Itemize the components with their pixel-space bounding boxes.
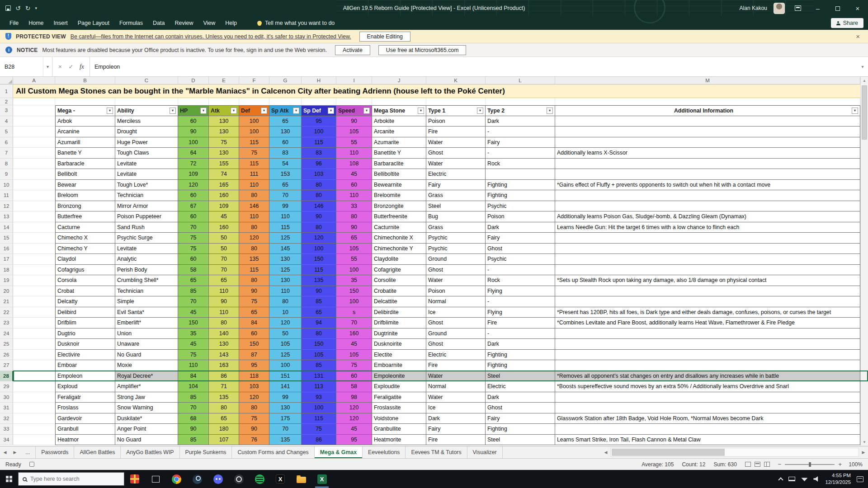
sheet-tab-visualizer[interactable]: Visualizer [467,446,503,458]
cell-J12[interactable]: Bronzongite [372,201,426,212]
cell-H8[interactable]: 96 [302,159,336,169]
cell-G30[interactable]: 99 [269,392,302,403]
cell-E30[interactable]: 135 [209,392,239,403]
column-header-D[interactable]: D [178,77,209,84]
cell-M19[interactable]: *Sets up Stealth Rock upon taking any da… [555,275,860,286]
cell-K22[interactable]: Ice [426,307,486,318]
search-input[interactable] [30,476,120,482]
cell-B9[interactable]: Bellibolt [55,169,115,180]
filter-icon[interactable]: ▾ [477,108,483,114]
cell-L32[interactable]: Fairy [486,413,555,424]
cell-B13[interactable]: Butterfree [55,211,115,222]
cell-J24[interactable]: Dugtrinite [372,328,426,339]
filter-icon[interactable]: ▾ [170,108,176,114]
cell-I8[interactable]: 108 [336,159,372,169]
cell-E20[interactable]: 110 [209,286,239,297]
cell-G13[interactable]: 110 [269,211,302,222]
cell-K25[interactable]: Ghost [426,339,486,350]
cell-J28[interactable]: Empoleonite [372,371,426,382]
cell-L10[interactable]: Fighting [486,180,555,191]
zoom-slider[interactable] [785,464,835,465]
cell-F22[interactable]: 65 [239,307,269,318]
cell-B33[interactable]: Granbull [55,424,115,435]
row-header-18[interactable]: 18 [0,265,13,276]
save-icon[interactable] [5,5,11,11]
sheet-tab-allgen-battles[interactable]: AllGen Battles [74,446,121,458]
cell-F30[interactable]: 120 [239,392,269,403]
cell-I4[interactable]: 90 [336,116,372,127]
cell-M34[interactable]: Learns Smart Strike, Iron Tail, Flash Ca… [555,435,860,446]
cell-G11[interactable]: 70 [269,190,302,201]
cell-J26[interactable]: Electite [372,350,426,361]
cell-C24[interactable]: Union [115,328,178,339]
table-header-additional-information[interactable]: Additional Information▾ [555,105,860,116]
cell-M14[interactable]: Learns Needle Gun: Hit the target 6 time… [555,222,860,233]
cell-B5[interactable]: Arcanine [55,127,115,137]
cell-G10[interactable]: 65 [269,180,302,191]
cell-K18[interactable]: Ghost [426,265,486,276]
cell-G22[interactable]: 10 [269,307,302,318]
cell-I30[interactable]: 98 [336,392,372,403]
cell-A34[interactable] [13,435,55,446]
cell-H9[interactable]: 103 [302,169,336,180]
cell-F12[interactable]: 146 [239,201,269,212]
filter-icon[interactable]: ▾ [328,108,334,114]
tab-help[interactable]: Help [220,16,242,30]
cell-E24[interactable]: 140 [209,328,239,339]
cell-C15[interactable]: Psychic Surge [115,233,178,244]
cell-L21[interactable]: - [486,296,555,307]
cell-A21[interactable] [13,296,55,307]
cell-A10[interactable] [13,180,55,191]
cell-F32[interactable]: 75 [239,413,269,424]
cell-B22[interactable]: Delibird [55,307,115,318]
steam-icon[interactable] [187,470,208,488]
cell-F26[interactable]: 87 [239,350,269,361]
sheet-nav-right-icon[interactable]: ▶ [10,446,20,458]
cell-L27[interactable]: Fighting [486,360,555,371]
action-center-icon[interactable] [857,476,863,482]
cell-M9[interactable] [555,169,860,180]
cell-L28[interactable]: Steel [486,371,555,382]
cell-D25[interactable]: 45 [178,339,209,350]
cell-D11[interactable]: 60 [178,190,209,201]
cell-D23[interactable]: 150 [178,318,209,328]
cell-F10[interactable]: 110 [239,180,269,191]
cell-M8[interactable] [555,159,860,169]
cell-F13[interactable]: 110 [239,211,269,222]
cell-H30[interactable]: 93 [302,392,336,403]
cell-C29[interactable]: Amplifier* [115,381,178,392]
cell-I14[interactable]: 90 [336,222,372,233]
page-layout-view-icon[interactable] [755,462,760,467]
cell-F23[interactable]: 84 [239,318,269,328]
cell-H33[interactable]: 75 [302,424,336,435]
cell-D14[interactable]: 70 [178,222,209,233]
cell-H20[interactable]: 90 [302,286,336,297]
cell-H23[interactable]: 94 [302,318,336,328]
cell-B12[interactable]: Bronzong [55,201,115,212]
cell-D32[interactable]: 68 [178,413,209,424]
cell-D10[interactable]: 120 [178,180,209,191]
row-header-9[interactable]: 9 [0,169,13,180]
account-name[interactable]: Alan Kakou [740,5,767,11]
cell-M15[interactable] [555,233,860,244]
cell-H19[interactable]: 135 [302,275,336,286]
cell-A16[interactable] [13,244,55,254]
row-header-8[interactable]: 8 [0,159,13,169]
filter-icon[interactable]: ▾ [418,108,424,114]
column-header-F[interactable]: F [239,77,269,84]
x-app-icon[interactable]: X [270,470,291,488]
cell-A15[interactable] [13,233,55,244]
cell-G29[interactable]: 141 [269,381,302,392]
cell-K26[interactable]: Electric [426,350,486,361]
horizontal-scroll-thumb[interactable] [612,449,725,456]
filter-icon[interactable]: ▾ [200,108,207,114]
column-header-J[interactable]: J [372,77,426,84]
cell-M25[interactable] [555,339,860,350]
cell-G34[interactable]: 135 [269,435,302,446]
cell-J22[interactable]: Delibirdite [372,307,426,318]
cell-E21[interactable]: 90 [209,296,239,307]
sheet-tab-eevees-tm-tutors[interactable]: Eevees TM & Tutors [406,446,467,458]
cell-I33[interactable]: 45 [336,424,372,435]
cell-J7[interactable]: Banettite Y [372,148,426,159]
row-header-34[interactable]: 34 [0,435,13,446]
